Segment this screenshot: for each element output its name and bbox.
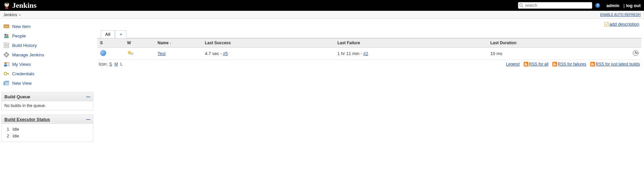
search-box <box>518 2 592 9</box>
svg-rect-24 <box>4 65 7 67</box>
rss-failures-link[interactable]: RSS for failures <box>558 62 586 67</box>
queue-empty-text: No builds in the queue. <box>4 103 46 108</box>
logout-link[interactable]: log out <box>626 3 641 8</box>
sidebar-item-label: Manage Jenkins <box>12 52 44 57</box>
svg-rect-30 <box>86 97 90 97</box>
executor-number: 2 <box>4 134 9 138</box>
svg-point-11 <box>6 34 8 36</box>
enable-auto-refresh-link[interactable]: ENABLE AUTO REFRESH <box>600 13 641 17</box>
build-queue-panel: Build Queue No builds in the queue. <box>1 92 93 110</box>
rss-all-link[interactable]: RSS for all <box>529 62 548 67</box>
build-link[interactable]: #2 <box>363 51 368 56</box>
sort-down-icon: ↓ <box>170 41 171 45</box>
svg-point-34 <box>130 52 134 55</box>
cell-name: Test <box>155 48 202 60</box>
svg-point-10 <box>4 34 6 36</box>
svg-rect-25 <box>7 62 9 66</box>
tab-new-view[interactable]: + <box>115 30 126 38</box>
chevron-right-icon: ▸ <box>19 13 21 17</box>
sidebar-item-label: Credentials <box>12 71 34 76</box>
col-last-duration[interactable]: Last Duration <box>487 38 621 48</box>
build-link[interactable]: #5 <box>223 51 228 56</box>
svg-point-44 <box>591 65 592 66</box>
sidebar-item-new-item[interactable]: New Item <box>1 22 93 31</box>
jenkins-head-icon <box>3 2 10 9</box>
svg-rect-12 <box>4 36 9 38</box>
credentials-icon <box>3 71 9 77</box>
panel-title: Build Queue <box>4 94 30 99</box>
table-row: Test 4.7 sec - #5 1 hr 11 min - #2 10 ms <box>97 48 641 60</box>
executor-number: 1 <box>4 127 9 132</box>
sidebar-item-build-history[interactable]: Build History <box>1 41 93 50</box>
icon-size-label: Icon: <box>99 62 108 67</box>
col-last-failure[interactable]: Last Failure <box>335 38 488 48</box>
top-actions: add description <box>97 19 641 28</box>
search-icon <box>519 3 524 8</box>
weather-partly-sunny-icon <box>127 50 135 56</box>
rss-icon <box>524 62 528 67</box>
svg-rect-31 <box>86 119 90 120</box>
svg-rect-43 <box>590 62 595 67</box>
rss-all-wrap: RSS for all <box>524 62 548 67</box>
edit-icon <box>604 22 609 27</box>
job-link[interactable]: Test <box>158 51 166 56</box>
build-queue-body: No builds in the queue. <box>2 101 93 110</box>
breadcrumb-root[interactable]: Jenkins <box>3 12 17 17</box>
col-weather[interactable]: W <box>124 38 155 48</box>
collapse-icon[interactable] <box>86 96 90 98</box>
svg-point-40 <box>524 65 525 66</box>
main-panel: add description All + S W Name↓ Last Suc… <box>95 19 644 145</box>
svg-text:?: ? <box>597 3 599 7</box>
svg-rect-28 <box>8 73 9 75</box>
rss-icon <box>590 62 595 67</box>
sidebar-item-my-views[interactable]: My Views <box>1 59 93 69</box>
svg-point-42 <box>553 65 554 66</box>
collapse-icon[interactable] <box>86 118 90 121</box>
icon-size-l-current: L <box>120 62 123 67</box>
icon-size-m[interactable]: M <box>115 62 118 67</box>
status-ball-blue-icon <box>100 50 106 56</box>
executor-state: Idle <box>13 134 19 138</box>
col-status[interactable]: S <box>97 38 124 48</box>
svg-rect-9 <box>4 25 9 26</box>
sidebar-item-manage-jenkins[interactable]: Manage Jenkins <box>1 50 93 59</box>
sidebar-item-credentials[interactable]: Credentials <box>1 69 93 78</box>
sidebar-item-label: My Views <box>12 62 31 67</box>
search-input[interactable] <box>518 2 592 9</box>
sidebar-item-new-view[interactable]: New View <box>1 78 93 88</box>
sidebar-item-label: New View <box>12 81 32 86</box>
build-queue-header: Build Queue <box>2 92 93 101</box>
brand-text: Jenkins <box>12 1 37 10</box>
sidebar: New Item People Build History Manage Jen… <box>0 19 95 145</box>
build-executor-panel: Build Executor Status 1 Idle 2 Idle <box>1 114 93 142</box>
cell-last-success: 4.7 sec - #5 <box>202 48 335 60</box>
brand-logo[interactable]: Jenkins <box>3 1 37 10</box>
cell-last-duration: 10 ms <box>487 48 621 60</box>
tab-all[interactable]: All <box>101 30 115 38</box>
svg-line-5 <box>522 6 523 7</box>
svg-point-3 <box>7 4 8 5</box>
panel-title-link[interactable]: Build Executor Status <box>4 117 50 122</box>
help-icon[interactable]: ? <box>595 3 600 8</box>
svg-point-4 <box>520 4 522 6</box>
col-schedule <box>621 38 641 48</box>
top-header: Jenkins ? admin | log out <box>0 0 644 11</box>
col-name[interactable]: Name↓ <box>155 38 202 48</box>
job-table: S W Name↓ Last Success Last Failure Last… <box>97 38 641 60</box>
build-executor-body: 1 Idle 2 Idle <box>2 124 93 142</box>
build-executor-header: Build Executor Status <box>2 115 93 124</box>
executor-row: 1 Idle <box>4 126 90 133</box>
legend-link[interactable]: Legend <box>506 62 520 67</box>
col-last-success[interactable]: Last Success <box>202 38 335 48</box>
sidebar-item-people[interactable]: People <box>1 31 93 41</box>
sidebar-item-label: Build History <box>12 43 37 48</box>
executor-row: 2 Idle <box>4 133 90 139</box>
schedule-build-icon[interactable] <box>633 50 639 56</box>
user-link[interactable]: admin <box>606 3 619 8</box>
rss-latest-link[interactable]: RSS for just latest builds <box>596 62 640 67</box>
add-description-link[interactable]: add description <box>610 22 639 27</box>
icon-size-s[interactable]: S <box>109 62 112 67</box>
icon-size-links: S M L <box>109 62 123 67</box>
svg-point-2 <box>6 4 6 5</box>
cell-status <box>97 48 124 60</box>
